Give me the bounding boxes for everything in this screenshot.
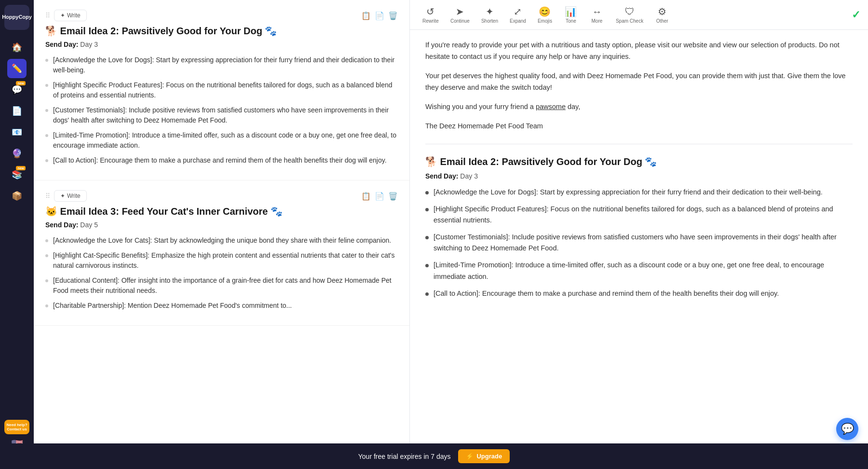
write-icon-2: ✦ (60, 193, 65, 199)
upgrade-label: Upgrade (476, 453, 502, 460)
bullet-dot (45, 84, 48, 87)
continue-icon: ➤ (456, 6, 464, 17)
more-icon: ↔ (592, 6, 602, 17)
block-2-actions: ⠿ ✦ Write 📋 📄 🗑️ (45, 190, 398, 202)
right-panel: ↺ Rewrite ➤ Continue ✦ Shorten ⤢ Expand … (410, 0, 868, 469)
sidebar-item-integrations[interactable]: 🔮 (7, 144, 27, 163)
toolbar-other[interactable]: ⚙ Other (650, 3, 674, 27)
app-logo[interactable]: Hoppy Copy (4, 5, 29, 30)
toolbar-tone[interactable]: 📊 Tone (559, 3, 583, 27)
write-button-2[interactable]: ✦ Write (54, 190, 87, 202)
save-icon-2[interactable]: 📋 (361, 192, 371, 201)
toolbar: ↺ Rewrite ➤ Continue ✦ Shorten ⤢ Expand … (410, 0, 868, 30)
list-item: [Educational Content]: Offer insight int… (45, 276, 398, 296)
right-bullet-list: [Acknowledge the Love for Dogs]: Start b… (425, 187, 853, 300)
other-icon: ⚙ (658, 6, 666, 17)
bullet-dot (45, 134, 48, 137)
delete-icon[interactable]: 🗑️ (388, 11, 398, 20)
shorten-icon: ✦ (486, 6, 494, 17)
list-item: [Acknowledge the Love for Cats]: Start b… (45, 235, 398, 246)
bullet-dot (45, 279, 48, 282)
list-item: [Charitable Partnership]: Mention Deez H… (45, 301, 398, 311)
bullet-dot (425, 264, 429, 267)
intro-paragraph-2: Your pet deserves the highest quality fo… (425, 70, 853, 94)
bullet-dot (425, 191, 429, 194)
list-item: [Highlight Specific Product Features]: F… (425, 204, 853, 226)
expand-icon: ⤢ (514, 6, 522, 17)
block-1-actions: ⠿ ✦ Write 📋 📄 🗑️ (45, 10, 398, 21)
intro-paragraph-1: If you're ready to provide your pet with… (425, 40, 853, 63)
email-title-2: 🐱 Email Idea 3: Feed Your Cat's Inner Ca… (45, 206, 398, 217)
list-item: [Call to Action]: Encourage them to make… (425, 288, 853, 299)
list-item: [Call to Action]: Encourage them to make… (45, 155, 398, 166)
list-item: [Limited-Time Promotion]: Introduce a ti… (425, 260, 853, 282)
bullet-list-2: [Acknowledge the Love for Cats]: Start b… (45, 235, 398, 311)
write-button-1[interactable]: ✦ Write (54, 10, 87, 21)
write-icon: ✦ (60, 12, 65, 19)
email-title-1: 🐕 Email Idea 2: Pawsitively Good for You… (45, 25, 398, 37)
bullet-dot (425, 208, 429, 211)
bullet-dot (45, 239, 48, 242)
send-day-1: Send Day: Day 3 (45, 41, 398, 48)
sidebar-item-documents[interactable]: 📄 (7, 101, 27, 121)
sidebar-item-home[interactable]: 🏠 (7, 38, 27, 57)
sidebar-item-chat[interactable]: 💬 new (7, 80, 27, 99)
check-icon: ✓ (852, 9, 860, 21)
team-signature: The Deez Homemade Pet Food Team (425, 121, 853, 132)
emojis-icon: 😊 (539, 6, 551, 17)
pawsome-link: pawsome (536, 103, 566, 110)
sidebar-item-email[interactable]: 📧 (7, 123, 27, 142)
bullet-dot (45, 159, 48, 162)
trial-text: Your free trial expires in 7 days (358, 453, 451, 460)
drag-handle-2[interactable]: ⠿ (45, 192, 50, 200)
rewrite-icon: ↺ (426, 6, 434, 17)
email-block-2: ⠿ ✦ Write 📋 📄 🗑️ 🐱 Email Idea 3: Feed Yo… (34, 180, 409, 326)
upgrade-button[interactable]: ⚡ Upgrade (458, 449, 510, 463)
copy-icon-2[interactable]: 📄 (375, 192, 384, 201)
need-help-button[interactable]: Need help? Contact us (4, 420, 29, 434)
delete-icon-2[interactable]: 🗑️ (388, 192, 398, 201)
list-item: [Highlight Specific Product Features]: F… (45, 80, 398, 100)
bullet-dot (45, 109, 48, 112)
list-item: [Acknowledge the Love for Dogs]: Start b… (425, 187, 853, 198)
drag-handle[interactable]: ⠿ (45, 12, 50, 19)
sidebar-item-editor[interactable]: ✏️ (7, 59, 27, 78)
bullet-dot (45, 304, 48, 307)
spam-check-icon: 🛡 (625, 6, 635, 17)
main-area: ⠿ ✦ Write 📋 📄 🗑️ 🐕 Email Idea 2: Pawsiti… (34, 0, 868, 469)
right-send-day: Send Day: Day 3 (425, 172, 853, 180)
toolbar-rewrite[interactable]: ↺ Rewrite (418, 3, 444, 27)
list-item: [Highlight Cat-Specific Benefits]: Empha… (45, 250, 398, 271)
upgrade-banner: Your free trial expires in 7 days ⚡ Upgr… (0, 443, 868, 469)
toolbar-continue[interactable]: ➤ Continue (446, 3, 475, 27)
bullet-dot (425, 292, 429, 296)
bullet-dot (45, 59, 48, 62)
toolbar-more[interactable]: ↔ More (585, 3, 609, 27)
bullet-list-1: [Acknowledge the Love for Dogs]: Start b… (45, 55, 398, 166)
save-icon[interactable]: 📋 (361, 11, 371, 20)
right-content: If you're ready to provide your pet with… (410, 30, 868, 353)
bullet-dot (45, 254, 48, 257)
list-item: [Limited-Time Promotion]: Introduce a ti… (45, 130, 398, 151)
new-badge: new (16, 81, 26, 85)
list-item: [Customer Testimonials]: Include positiv… (425, 232, 853, 254)
sidebar-item-library[interactable]: 📚 new (7, 165, 27, 184)
list-item: [Customer Testimonials]: Include positiv… (45, 105, 398, 125)
section-divider (425, 144, 853, 144)
new-badge-library: new (16, 166, 26, 170)
upgrade-icon: ⚡ (466, 453, 474, 460)
right-email-title: 🐕 Email Idea 2: Pawsitively Good for You… (425, 156, 853, 167)
tone-icon: 📊 (565, 6, 577, 17)
bullet-dot (425, 236, 429, 239)
toolbar-shorten[interactable]: ✦ Shorten (476, 3, 503, 27)
copy-icon[interactable]: 📄 (375, 11, 384, 20)
send-day-2: Send Day: Day 5 (45, 221, 398, 229)
toolbar-spam-check[interactable]: 🛡 Spam Check (611, 3, 648, 27)
list-item: [Acknowledge the Love for Dogs]: Start b… (45, 55, 398, 75)
email-block-1: ⠿ ✦ Write 📋 📄 🗑️ 🐕 Email Idea 2: Pawsiti… (34, 0, 409, 180)
sidebar-item-templates[interactable]: 📦 (7, 186, 27, 206)
chat-bubble[interactable]: 💬 (836, 418, 858, 440)
toolbar-emojis[interactable]: 😊 Emojis (533, 3, 557, 27)
intro-paragraph-3: Wishing you and your furry friend a paws… (425, 101, 853, 113)
toolbar-expand[interactable]: ⤢ Expand (505, 3, 531, 27)
